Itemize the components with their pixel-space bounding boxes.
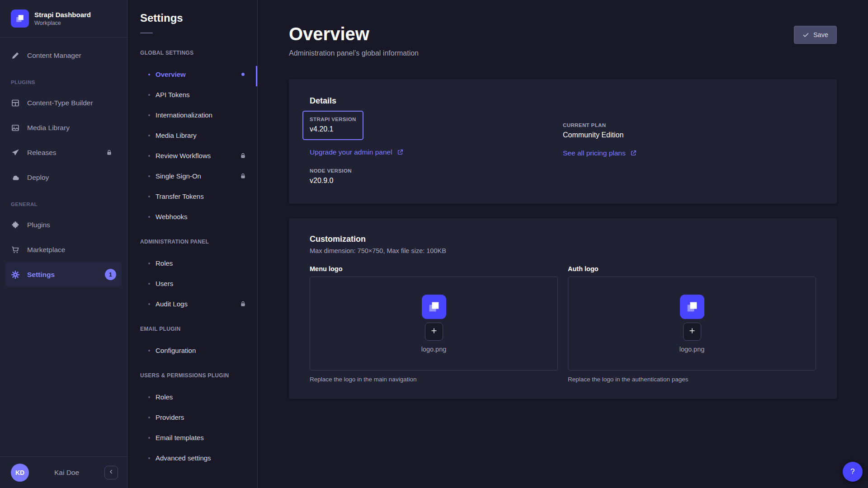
bullet-icon [148, 216, 150, 218]
bullet-icon [148, 417, 150, 418]
subnav-item-label: Configuration [156, 347, 196, 354]
subnav-item-webhooks[interactable]: Webhooks [127, 206, 257, 227]
subnav-item-overview[interactable]: Overview [127, 64, 257, 84]
auth-logo-hint: Replace the logo in the authentication p… [568, 376, 816, 383]
subnav-item-label: Single Sign-On [156, 172, 201, 180]
subnav-item-configuration[interactable]: Configuration [127, 340, 257, 361]
bullet-icon [148, 263, 150, 264]
menu-logo-add-button[interactable] [425, 323, 443, 341]
bullet-icon [148, 283, 150, 285]
details-right-column: CURRENT PLAN Community Edition See all p… [563, 117, 816, 185]
subnav-item-transfer-tokens[interactable]: Transfer Tokens [127, 186, 257, 206]
save-button-label: Save [813, 31, 828, 38]
send-icon [11, 148, 20, 157]
menu-logo-upload-box[interactable]: logo.png [310, 277, 558, 371]
details-card: Details STRAPI VERSION v4.20.1 Upgrade y… [289, 79, 837, 204]
user-bar: KD Kai Doe [0, 456, 127, 488]
subnav-item-email-templates[interactable]: Email templates [127, 427, 257, 448]
sidebar-item-plugins[interactable]: Plugins [0, 212, 127, 237]
subnav-item-providers[interactable]: Providers [127, 407, 257, 427]
plus-icon [688, 327, 696, 336]
external-link-icon [396, 149, 404, 156]
sidebar-item-deploy[interactable]: Deploy [0, 165, 127, 190]
plus-icon [430, 327, 438, 336]
lock-icon [240, 300, 246, 307]
subnav-item-label: Media Library [156, 131, 197, 139]
subnav-item-review-workflows[interactable]: Review Workflows [127, 145, 257, 166]
subnav-item-roles[interactable]: Roles [127, 253, 257, 273]
cart-icon [11, 245, 20, 254]
subnav-item-label: Roles [156, 393, 173, 401]
bullet-icon [148, 155, 150, 157]
subnav-item-label: Internationalization [156, 111, 212, 119]
workspace-subtitle: Workplace [34, 20, 91, 26]
subnav-item-roles[interactable]: Roles [127, 387, 257, 407]
puzzle-icon [11, 221, 20, 230]
page-title: Overview [289, 25, 419, 43]
subnav-item-audit-logs[interactable]: Audit Logs [127, 294, 257, 314]
menu-logo-filename: logo.png [421, 346, 447, 353]
sidebar-item-media-library[interactable]: Media Library [0, 115, 127, 140]
notification-dot [241, 73, 245, 76]
main-content: Overview Administration panel’s global i… [258, 0, 868, 488]
image-icon [11, 123, 20, 132]
subnav-item-single-sign-on[interactable]: Single Sign-On [127, 166, 257, 186]
collapse-sidebar-button[interactable] [104, 466, 118, 479]
subnav-item-api-tokens[interactable]: API Tokens [127, 84, 257, 105]
customization-card: Customization Max dimension: 750×750, Ma… [289, 218, 837, 399]
bullet-icon [148, 94, 150, 96]
subnav-item-media-library[interactable]: Media Library [127, 125, 257, 145]
subnav-item-internationalization[interactable]: Internationalization [127, 105, 257, 125]
sidebar-item-settings[interactable]: Settings1 [5, 262, 122, 287]
subnav-item-label: Overview [156, 70, 186, 78]
auth-logo-block: Auth logo logo.png Replace the logo in t… [568, 265, 816, 383]
bullet-icon [148, 437, 150, 439]
subnav-item-label: Providers [156, 413, 184, 421]
bullet-icon [148, 175, 150, 177]
bullet-icon [148, 350, 150, 352]
nav-section-label-plugins: PLUGINS [11, 80, 116, 85]
upgrade-admin-panel-link[interactable]: Upgrade your admin panel [310, 148, 404, 156]
edit-icon [11, 51, 20, 60]
sidebar-item-content-manager[interactable]: Content Manager [0, 43, 127, 68]
auth-logo-preview [680, 295, 704, 319]
node-version-value: v20.9.0 [310, 177, 563, 185]
sidebar-item-content-type-builder[interactable]: Content-Type Builder [0, 90, 127, 115]
sidebar-item-releases[interactable]: Releases [0, 140, 127, 165]
sidebar-item-label: Releases [27, 149, 57, 157]
lock-icon [240, 173, 246, 179]
help-button[interactable]: ? [843, 462, 863, 482]
pricing-plans-link[interactable]: See all pricing plans [563, 149, 637, 157]
bullet-icon [148, 196, 150, 197]
page-header: Overview Administration panel’s global i… [289, 0, 837, 57]
strapi-logo-icon [11, 9, 29, 28]
bullet-icon [148, 74, 150, 75]
auth-logo-upload-box[interactable]: logo.png [568, 277, 816, 371]
bullet-icon [148, 457, 150, 459]
auth-logo-add-button[interactable] [683, 323, 701, 341]
chevron-left-icon [108, 468, 115, 477]
node-version-label: NODE VERSION [310, 168, 563, 174]
grid-icon [11, 99, 20, 108]
subnav-item-advanced-settings[interactable]: Advanced settings [127, 448, 257, 468]
sidebar-item-label: Content Manager [27, 52, 81, 60]
nav-section-label-general: GENERAL [11, 202, 116, 207]
avatar[interactable]: KD [11, 464, 29, 482]
subnav-section-label-email-plugin: EMAIL PLUGIN [140, 326, 245, 332]
upgrade-link-label: Upgrade your admin panel [310, 148, 392, 156]
details-left-column: STRAPI VERSION v4.20.1 Upgrade your admi… [310, 117, 563, 185]
strapi-version-label: STRAPI VERSION [310, 117, 356, 122]
customization-card-title: Customization [310, 235, 816, 244]
subnav-item-label: Audit Logs [156, 300, 188, 308]
bullet-icon [148, 114, 150, 116]
strapi-version-highlight-box: STRAPI VERSION v4.20.1 [302, 111, 363, 140]
save-button[interactable]: Save [794, 26, 837, 44]
subnav-item-users[interactable]: Users [127, 273, 257, 294]
menu-logo-preview [422, 295, 446, 319]
sidebar-item-label: Media Library [27, 124, 70, 132]
subnav-item-label: Advanced settings [156, 454, 211, 462]
current-plan-value: Community Edition [563, 131, 816, 139]
sidebar-item-marketplace[interactable]: Marketplace [0, 237, 127, 262]
lock-icon [106, 149, 113, 156]
workspace-switcher[interactable]: Strapi Dashboard Workplace [0, 0, 127, 38]
